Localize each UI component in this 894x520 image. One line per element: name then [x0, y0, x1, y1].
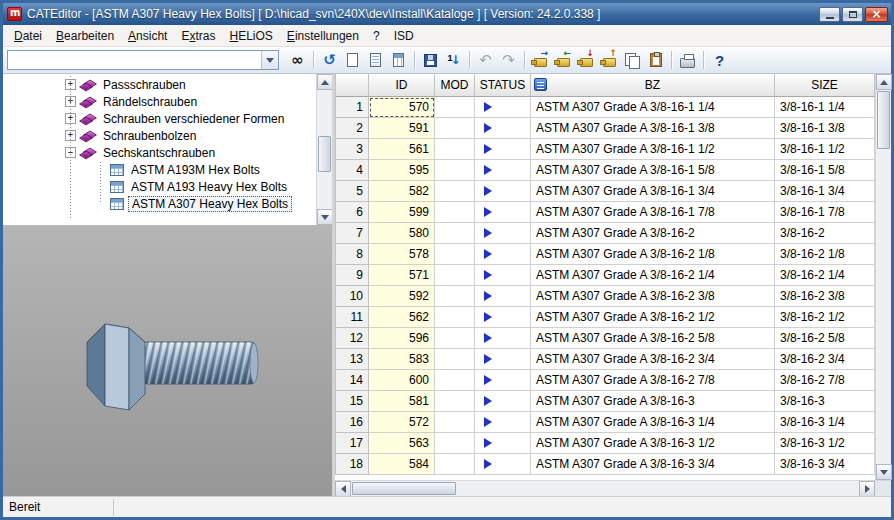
cell-status[interactable] — [475, 223, 531, 244]
new-page-button[interactable] — [341, 49, 364, 71]
cell-bz[interactable]: ASTM A307 Grade A 3/8-16-3 3/4 — [531, 454, 775, 475]
cell-status[interactable] — [475, 139, 531, 160]
cell-id[interactable]: 578 — [369, 244, 435, 265]
can-insert-button[interactable] — [529, 49, 552, 71]
cell-id[interactable]: 563 — [369, 433, 435, 454]
cell-id[interactable]: 599 — [369, 202, 435, 223]
cell-id[interactable]: 600 — [369, 370, 435, 391]
cell-bz[interactable]: ASTM A307 Grade A 3/8-16-2 1/8 — [531, 244, 775, 265]
cell-status[interactable] — [475, 433, 531, 454]
cell-bz[interactable]: ASTM A307 Grade A 3/8-16-2 3/4 — [531, 349, 775, 370]
cell-bz[interactable]: ASTM A307 Grade A 3/8-16-2 3/8 — [531, 286, 775, 307]
tree-item-astm-a307-heavy-hex-bolts[interactable]: ASTM A307 Heavy Hex Bolts — [3, 195, 316, 212]
cell-bz[interactable]: ASTM A307 Grade A 3/8-16-1 1/2 — [531, 139, 775, 160]
row-number[interactable]: 14 — [335, 370, 369, 391]
cell-status[interactable] — [475, 307, 531, 328]
cell-id[interactable]: 583 — [369, 349, 435, 370]
save-button[interactable] — [419, 49, 442, 71]
combo-dropdown-button[interactable] — [261, 51, 278, 69]
cell-mod[interactable] — [435, 97, 475, 118]
cell-size[interactable]: 3/8-16-1 5/8 — [775, 160, 875, 181]
cell-mod[interactable] — [435, 265, 475, 286]
cell-status[interactable] — [475, 286, 531, 307]
cell-size[interactable]: 3/8-16-2 3/4 — [775, 349, 875, 370]
cell-size[interactable]: 3/8-16-2 1/8 — [775, 244, 875, 265]
cell-mod[interactable] — [435, 160, 475, 181]
cell-size[interactable]: 3/8-16-3 — [775, 391, 875, 412]
copy-button[interactable] — [621, 49, 644, 71]
cell-status[interactable] — [475, 349, 531, 370]
cell-mod[interactable] — [435, 118, 475, 139]
scroll-down-button[interactable] — [317, 209, 333, 225]
cell-size[interactable]: 3/8-16-1 7/8 — [775, 202, 875, 223]
cell-size[interactable]: 3/8-16-2 3/8 — [775, 286, 875, 307]
cell-mod[interactable] — [435, 349, 475, 370]
cell-mod[interactable] — [435, 223, 475, 244]
scroll-right-button[interactable] — [859, 481, 875, 497]
row-number[interactable]: 18 — [335, 454, 369, 475]
scrollbar-track[interactable] — [317, 90, 332, 209]
cell-id[interactable]: 581 — [369, 391, 435, 412]
cell-id[interactable]: 571 — [369, 265, 435, 286]
row-number[interactable]: 15 — [335, 391, 369, 412]
page-grid-button[interactable] — [387, 49, 410, 71]
cell-status[interactable] — [475, 244, 531, 265]
cell-bz[interactable]: ASTM A307 Grade A 3/8-16-2 1/2 — [531, 307, 775, 328]
cell-size[interactable]: 3/8-16-1 1/4 — [775, 97, 875, 118]
cell-status[interactable] — [475, 181, 531, 202]
scrollbar-thumb[interactable] — [877, 91, 890, 149]
cell-status[interactable] — [475, 118, 531, 139]
cell-bz[interactable]: ASTM A307 Grade A 3/8-16-1 7/8 — [531, 202, 775, 223]
cell-size[interactable]: 3/8-16-2 7/8 — [775, 370, 875, 391]
cell-status[interactable] — [475, 202, 531, 223]
cell-bz[interactable]: ASTM A307 Grade A 3/8-16-2 — [531, 223, 775, 244]
cell-mod[interactable] — [435, 139, 475, 160]
scrollbar-track[interactable] — [876, 90, 891, 464]
cell-mod[interactable] — [435, 307, 475, 328]
column-header-id[interactable]: ID — [369, 74, 435, 97]
cell-status[interactable] — [475, 391, 531, 412]
cell-status[interactable] — [475, 97, 531, 118]
cell-size[interactable]: 3/8-16-2 5/8 — [775, 328, 875, 349]
cell-bz[interactable]: ASTM A307 Grade A 3/8-16-1 1/4 — [531, 97, 775, 118]
cell-size[interactable]: 3/8-16-2 1/2 — [775, 307, 875, 328]
print-button[interactable] — [676, 49, 699, 71]
cell-status[interactable] — [475, 160, 531, 181]
cell-status[interactable] — [475, 265, 531, 286]
row-number[interactable]: 8 — [335, 244, 369, 265]
scroll-up-button[interactable] — [317, 74, 333, 90]
cell-size[interactable]: 3/8-16-2 1/4 — [775, 265, 875, 286]
cell-id[interactable]: 591 — [369, 118, 435, 139]
row-number[interactable]: 6 — [335, 202, 369, 223]
tree-item-passschrauben[interactable]: +Passschrauben — [3, 76, 316, 93]
page-list-button[interactable] — [364, 49, 387, 71]
menu-item-datei[interactable]: Datei — [7, 26, 49, 46]
can-remove-button[interactable] — [575, 49, 598, 71]
tree-item-schrauben-verschiedener-formen[interactable]: +Schrauben verschiedener Formen — [3, 110, 316, 127]
cell-mod[interactable] — [435, 244, 475, 265]
cell-id[interactable]: 595 — [369, 160, 435, 181]
menu-item-isd[interactable]: ISD — [387, 26, 421, 46]
cell-id[interactable]: 580 — [369, 223, 435, 244]
column-header-size[interactable]: SIZE — [775, 74, 875, 97]
scrollbar-thumb[interactable] — [352, 482, 456, 495]
cell-bz[interactable]: ASTM A307 Grade A 3/8-16-2 1/4 — [531, 265, 775, 286]
search-combo-input[interactable] — [8, 51, 261, 69]
cell-size[interactable]: 3/8-16-1 1/2 — [775, 139, 875, 160]
cell-size[interactable]: 3/8-16-3 3/4 — [775, 454, 875, 475]
cell-bz[interactable]: ASTM A307 Grade A 3/8-16-2 7/8 — [531, 370, 775, 391]
cell-id[interactable]: 562 — [369, 307, 435, 328]
can-export-button[interactable] — [598, 49, 621, 71]
menu-item-einstellungen[interactable]: Einstellungen — [280, 26, 366, 46]
row-number[interactable]: 17 — [335, 433, 369, 454]
column-header-status[interactable]: STATUS — [475, 74, 531, 97]
column-header-rownum[interactable] — [335, 74, 369, 97]
paste-button[interactable] — [644, 49, 667, 71]
redo-button[interactable] — [497, 49, 520, 71]
row-number[interactable]: 4 — [335, 160, 369, 181]
maximize-button[interactable] — [842, 7, 863, 22]
undo-button[interactable] — [474, 49, 497, 71]
row-number[interactable]: 7 — [335, 223, 369, 244]
cell-id[interactable]: 592 — [369, 286, 435, 307]
cell-mod[interactable] — [435, 370, 475, 391]
